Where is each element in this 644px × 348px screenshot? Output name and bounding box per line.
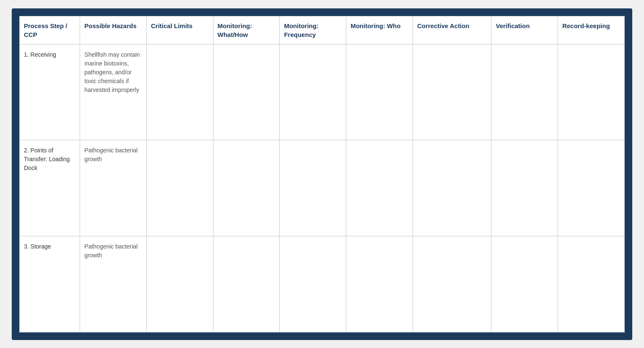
row3-monitoring-what (213, 236, 280, 332)
header-monitoring-what: Monitoring: What/How (213, 16, 280, 44)
row1-recordkeeping (558, 44, 625, 140)
header-critical-limits: Critical Limits (147, 16, 213, 44)
row3-verification (491, 236, 558, 332)
table-row: 3. Storage Pathogenic bacterial growth (20, 236, 625, 332)
row2-recordkeeping (558, 140, 625, 236)
row3-monitoring-who (346, 236, 413, 332)
header-corrective-action: Corrective Action (413, 16, 491, 44)
row2-monitoring-who (346, 140, 413, 236)
row3-monitoring-frequency (280, 236, 346, 332)
header-recordkeeping: Record-keeping (558, 16, 625, 44)
row1-monitoring-what (213, 44, 280, 140)
header-possible-hazards: Possible Hazards (80, 16, 147, 44)
haccp-table: Process Step / CCP Possible Hazards Crit… (19, 16, 625, 332)
row1-verification (491, 44, 558, 140)
row2-corrective-action (413, 140, 491, 236)
row1-monitoring-who (346, 44, 413, 140)
row2-process-step: 2. Points of Transfer: Loading Dock (20, 140, 80, 236)
row1-process-step: 1. Receiving (20, 44, 80, 140)
table-row: 2. Points of Transfer: Loading Dock Path… (20, 140, 625, 236)
row3-critical-limits (147, 236, 213, 332)
header-row: Process Step / CCP Possible Hazards Crit… (20, 16, 625, 44)
row3-recordkeeping (558, 236, 625, 332)
table-wrapper: Process Step / CCP Possible Hazards Crit… (12, 8, 632, 340)
row2-critical-limits (147, 140, 213, 236)
row1-possible-hazards: Shellfish may contain marine biotoxins, … (80, 44, 147, 140)
header-process-step: Process Step / CCP (20, 16, 80, 44)
row2-possible-hazards: Pathogenic bacterial growth (80, 140, 147, 236)
row1-corrective-action (413, 44, 491, 140)
header-monitoring-who: Monitoring: Who (346, 16, 413, 44)
row1-monitoring-frequency (280, 44, 346, 140)
row2-monitoring-what (213, 140, 280, 236)
row1-critical-limits (147, 44, 213, 140)
row3-possible-hazards: Pathogenic bacterial growth (80, 236, 147, 332)
row2-monitoring-frequency (280, 140, 346, 236)
row2-verification (491, 140, 558, 236)
header-verification: Verification (491, 16, 558, 44)
row3-process-step: 3. Storage (20, 236, 80, 332)
header-monitoring-frequency: Monitoring: Frequency (280, 16, 346, 44)
table-row: 1. Receiving Shellfish may contain marin… (20, 44, 625, 140)
row3-corrective-action (413, 236, 491, 332)
